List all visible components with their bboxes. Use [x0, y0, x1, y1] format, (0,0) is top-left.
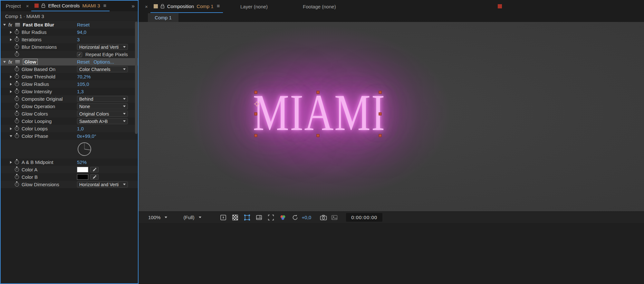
- param-row-glow-dimensions[interactable]: Glow Dimensions Horizontal and Verti: [1, 181, 138, 188]
- lock-icon[interactable]: [41, 3, 45, 8]
- stopwatch-icon[interactable]: [15, 127, 19, 131]
- selection-handle-top-left[interactable]: [255, 91, 257, 94]
- stopwatch-icon[interactable]: [15, 104, 19, 108]
- panel-menu-icon[interactable]: ≡: [103, 3, 106, 9]
- stopwatch-icon[interactable]: [15, 45, 19, 49]
- snapshot-button[interactable]: [320, 214, 327, 221]
- effect-name[interactable]: Fast Box Blur: [23, 22, 54, 27]
- tab-project[interactable]: Project: [1, 1, 24, 11]
- effect-header-glow[interactable]: fx Glow Reset Options...: [1, 58, 138, 66]
- selection-handle-mid-left[interactable]: [255, 113, 257, 116]
- param-row-color-loops[interactable]: Color Loops 1,0: [1, 125, 138, 132]
- selection-handle-top-right[interactable]: [379, 91, 382, 94]
- reset-link[interactable]: Reset: [77, 59, 90, 65]
- param-value[interactable]: 3: [77, 37, 80, 42]
- param-row-glow-operation[interactable]: Glow Operation None: [1, 103, 138, 110]
- composite-original-dropdown[interactable]: Behind: [77, 96, 128, 102]
- timecode-display[interactable]: 0:00:00:00: [346, 213, 382, 222]
- stopwatch-icon[interactable]: [15, 52, 19, 56]
- lock-icon[interactable]: [160, 4, 165, 9]
- panel-menu-icon[interactable]: ≡: [217, 3, 220, 9]
- stopwatch-icon[interactable]: [15, 134, 19, 138]
- effect-header-fast-box-blur[interactable]: fx Fast Box Blur Reset: [1, 21, 138, 28]
- tab-effect-controls[interactable]: Effect Controls MiAMI 3 ≡: [31, 1, 109, 11]
- transparency-grid-button[interactable]: [231, 214, 239, 221]
- color-a-swatch[interactable]: [77, 167, 88, 172]
- expand-param-icon[interactable]: [10, 76, 12, 78]
- zoom-select[interactable]: 100%: [148, 215, 167, 220]
- glow-dimensions-dropdown[interactable]: Horizontal and Verti: [77, 181, 128, 188]
- param-value[interactable]: 1,0: [77, 126, 84, 131]
- guide-options-button[interactable]: [255, 214, 263, 221]
- param-value[interactable]: 105,0: [77, 81, 89, 87]
- tab-footage[interactable]: Footage (none): [298, 0, 339, 13]
- color-looping-dropdown[interactable]: Sawtooth A>B: [77, 118, 128, 124]
- channels-button[interactable]: [279, 214, 287, 221]
- param-row-color-b[interactable]: Color B: [1, 173, 138, 181]
- close-icon[interactable]: ×: [142, 0, 150, 13]
- reset-exposure-button[interactable]: [291, 214, 299, 221]
- stopwatch-icon[interactable]: [15, 119, 19, 123]
- param-row-color-looping[interactable]: Color Looping Sawtooth A>B: [1, 117, 138, 125]
- resolution-select[interactable]: (Full): [183, 215, 201, 220]
- param-row-color-phase[interactable]: Color Phase 0x+99,0°: [1, 132, 138, 140]
- param-value[interactable]: 0x+99,0°: [77, 133, 96, 139]
- stopwatch-icon[interactable]: [15, 175, 19, 179]
- expand-param-icon[interactable]: [10, 31, 12, 34]
- fx-badge[interactable]: fx: [8, 59, 12, 65]
- selection-handle-bottom-left[interactable]: [255, 134, 257, 137]
- close-icon[interactable]: ×: [24, 1, 32, 11]
- stopwatch-icon[interactable]: [15, 67, 19, 71]
- composition-viewport[interactable]: MIAMI: [139, 22, 644, 211]
- stopwatch-icon[interactable]: [15, 30, 19, 34]
- stopwatch-icon[interactable]: [15, 37, 19, 42]
- stopwatch-icon[interactable]: [15, 167, 19, 172]
- glow-based-on-dropdown[interactable]: Color Channels: [77, 66, 128, 72]
- param-value[interactable]: 1,3: [77, 89, 84, 94]
- viewer-tab-comp1[interactable]: Comp 1: [148, 13, 178, 22]
- param-row-glow-radius[interactable]: Glow Radius 105,0: [1, 80, 138, 88]
- param-row-glow-colors[interactable]: Glow Colors Original Colors: [1, 110, 138, 117]
- exposure-value[interactable]: +0,0: [302, 215, 312, 220]
- param-row-ab-midpoint[interactable]: A & B Midpoint 52%: [1, 158, 138, 166]
- stopwatch-icon[interactable]: [15, 75, 19, 79]
- param-row-glow-intensity[interactable]: Glow Intensity 1,3: [1, 88, 138, 95]
- stopwatch-icon[interactable]: [15, 112, 19, 116]
- scrollbar-thumb[interactable]: [135, 22, 138, 134]
- collapse-param-icon[interactable]: [10, 135, 12, 137]
- anchor-point-icon[interactable]: [254, 101, 260, 107]
- color-b-swatch[interactable]: [77, 174, 88, 180]
- param-row-blur-dimensions[interactable]: Blur Dimensions Horizontal and Verti: [1, 43, 138, 51]
- param-value[interactable]: 94,0: [77, 29, 86, 35]
- param-row-glow-based-on[interactable]: Glow Based On Color Channels: [1, 66, 138, 73]
- param-value[interactable]: 52%: [77, 159, 87, 165]
- tab-layer[interactable]: Layer (none): [235, 0, 270, 13]
- param-row-iterations[interactable]: Iterations 3: [1, 36, 138, 43]
- glow-colors-dropdown[interactable]: Original Colors: [77, 111, 128, 117]
- selection-handle-bottom-right[interactable]: [379, 134, 382, 137]
- selection-handle-top-center[interactable]: [317, 91, 320, 94]
- collapse-effect-icon[interactable]: [3, 61, 6, 63]
- tab-composition[interactable]: Composition Comp 1 ≡: [150, 0, 223, 13]
- stopwatch-icon[interactable]: [15, 160, 19, 164]
- param-row-color-a[interactable]: Color A: [1, 166, 138, 173]
- region-of-interest-button[interactable]: [267, 214, 275, 221]
- stopwatch-icon[interactable]: [15, 89, 19, 94]
- expand-param-icon[interactable]: [10, 90, 12, 93]
- expand-param-icon[interactable]: [10, 127, 12, 130]
- expand-param-icon[interactable]: [10, 38, 12, 41]
- options-link[interactable]: Options...: [93, 59, 114, 65]
- glow-operation-dropdown[interactable]: None: [77, 103, 128, 109]
- collapse-effect-icon[interactable]: [3, 24, 6, 26]
- stopwatch-icon[interactable]: [15, 182, 19, 187]
- expand-param-icon[interactable]: [10, 83, 12, 86]
- angle-dial[interactable]: [77, 142, 92, 157]
- param-value[interactable]: 70,2%: [77, 74, 91, 79]
- eyedropper-button[interactable]: [90, 174, 99, 180]
- mask-visibility-button[interactable]: [243, 214, 251, 221]
- stopwatch-icon[interactable]: [15, 97, 19, 101]
- param-row-blur-radius[interactable]: Blur Radius 94,0: [1, 28, 138, 36]
- fast-previews-button[interactable]: [219, 214, 227, 221]
- selection-handle-mid-right[interactable]: [379, 113, 382, 116]
- tab-overflow-icon[interactable]: »: [132, 1, 138, 11]
